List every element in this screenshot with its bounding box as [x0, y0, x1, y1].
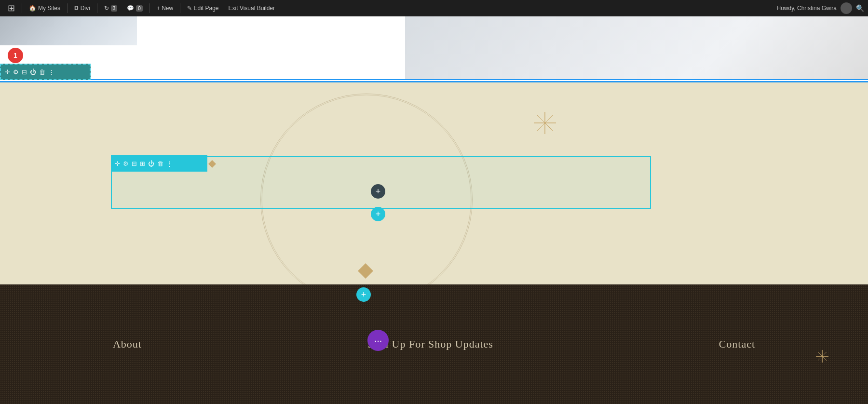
svg-marker-5 [358, 263, 373, 279]
add-section-button[interactable]: + [356, 287, 371, 302]
comments-menu[interactable]: 💬 0 [123, 3, 147, 13]
user-greeting: Howdy, Christina Gwira [777, 5, 837, 12]
search-icon[interactable]: 🔍 [856, 4, 864, 12]
row-layout-icon[interactable]: ⊞ [140, 160, 145, 167]
exit-visual-builder-button[interactable]: Exit Visual Builder [225, 3, 279, 13]
divi-menu[interactable]: D Divi [70, 3, 94, 13]
footer: About Sign Up For Shop Updates Contact [0, 284, 868, 404]
footer-star-decoration [815, 349, 829, 365]
row1-top-border [0, 79, 868, 80]
my-sites-menu[interactable]: 🏠 My Sites [25, 3, 64, 13]
main-content: 1 ✛ ⚙ ⊟ ⏻ 🗑 ⋮ [0, 16, 868, 404]
row-1-toolbar: ✛ ⚙ ⊟ ⏻ 🗑 ⋮ [0, 64, 91, 80]
add-module-button[interactable]: + [371, 184, 385, 199]
row-settings-icon[interactable]: ⚙ [123, 160, 129, 167]
row-move-icon[interactable]: ✛ [115, 160, 120, 167]
user-avatar[interactable] [841, 2, 852, 14]
wp-icon: ⊞ [8, 3, 15, 13]
row1-settings-icon[interactable]: ⚙ [13, 68, 19, 76]
home-icon: 🏠 [29, 5, 36, 12]
row-star-decoration [207, 159, 217, 171]
star-decoration-2 [357, 262, 374, 282]
add-row-button[interactable]: + [371, 207, 385, 221]
wp-logo[interactable]: ⊞ [4, 1, 19, 15]
row-disable-icon[interactable]: ⏻ [148, 160, 154, 167]
new-content-button[interactable]: + New [153, 3, 177, 13]
row-duplicate-icon[interactable]: ⊟ [132, 160, 137, 167]
updates-icon: ↻ [104, 5, 109, 12]
top-image-strip-right [405, 16, 868, 79]
star-decoration-1 [533, 111, 557, 137]
comments-count: 0 [136, 5, 143, 12]
row1-delete-icon[interactable]: 🗑 [39, 68, 45, 76]
row1-more-icon[interactable]: ⋮ [48, 68, 54, 76]
row-more-icon[interactable]: ⋮ [166, 160, 173, 167]
row-toolbar: ✛ ⚙ ⊟ ⊞ ⏻ 🗑 ⋮ [111, 155, 207, 172]
admin-bar-right: Howdy, Christina Gwira 🔍 [777, 2, 864, 14]
svg-marker-6 [208, 160, 216, 168]
admin-bar: ⊞ 🏠 My Sites D Divi ↻ 3 💬 0 + New ✎ Edit… [0, 0, 868, 16]
footer-about-link[interactable]: About [113, 338, 142, 350]
updates-menu[interactable]: ↻ 3 [100, 3, 122, 13]
beige-section-top-border [0, 81, 868, 82]
row-delete-icon[interactable]: 🗑 [157, 160, 163, 167]
divi-icon: D [74, 5, 79, 12]
footer-contact-link[interactable]: Contact [719, 338, 755, 350]
row1-duplicate-icon[interactable]: ⊟ [22, 68, 27, 76]
comments-icon: 💬 [127, 5, 134, 12]
edit-page-button[interactable]: ✎ Edit Page [183, 3, 222, 13]
section-badge-1: 1 [8, 48, 23, 63]
floating-menu-button[interactable]: ··· [367, 330, 389, 351]
row1-disable-icon[interactable]: ⏻ [30, 68, 36, 76]
row1-move-icon[interactable]: ✛ [5, 68, 10, 76]
top-image-strip-left [0, 16, 137, 45]
updates-count: 3 [111, 5, 118, 12]
